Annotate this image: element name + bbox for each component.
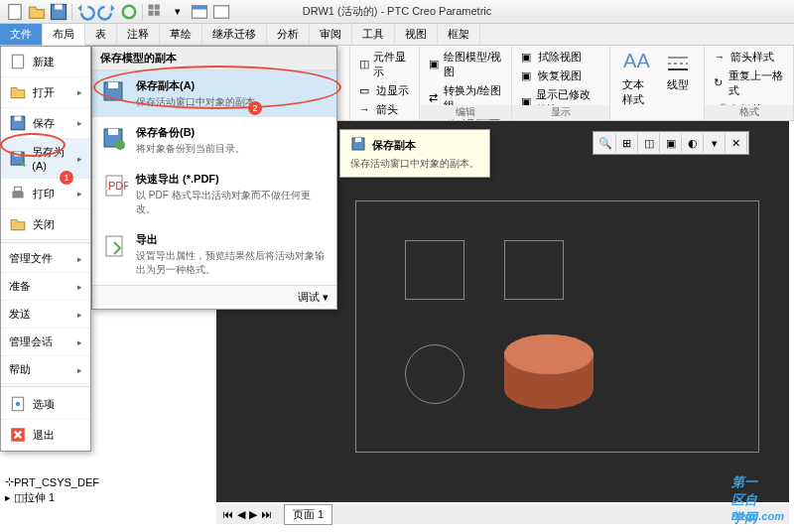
- svg-rect-4: [149, 4, 154, 9]
- submenu-save-copy[interactable]: 保存副本(A)保存活动窗口中对象的副本。: [92, 70, 336, 117]
- qat-grid-icon[interactable]: [146, 2, 166, 22]
- tab-view[interactable]: 视图: [395, 24, 438, 45]
- ribbon-btn[interactable]: ▣拭除视图: [518, 49, 603, 66]
- status-bar: ⏮ ◀ ▶ ⏭ 页面 1: [216, 504, 789, 524]
- submenu-footer[interactable]: 调试 ▾: [92, 285, 336, 309]
- file-menu-manage[interactable]: 管理文件▸: [1, 245, 90, 273]
- file-menu-print[interactable]: 打印▸: [1, 179, 90, 209]
- ribbon-label: 箭头: [376, 102, 398, 117]
- file-menu-prepare[interactable]: 准备▸: [1, 273, 90, 301]
- ribbon-btn[interactable]: ▭边显示: [356, 82, 414, 99]
- file-menu-session[interactable]: 管理会话▸: [1, 329, 90, 356]
- qat-regen-icon[interactable]: [119, 2, 139, 22]
- qat-undo-icon[interactable]: [75, 2, 95, 22]
- menu-label: 新建: [33, 55, 55, 69]
- ribbon-btn[interactable]: ▣恢复视图: [518, 67, 603, 84]
- menu-label: 选项: [33, 397, 55, 412]
- menu-label: 保存: [33, 116, 55, 131]
- nav-prev-icon[interactable]: ◀: [237, 508, 245, 521]
- file-menu-close[interactable]: 关闭: [1, 209, 90, 240]
- tab-review[interactable]: 审阅: [310, 24, 352, 45]
- chevron-right-icon: ▸: [77, 154, 82, 164]
- ribbon-group-display: ◫元件显示 ▭边显示 →箭头: [350, 46, 421, 120]
- svg-rect-14: [12, 55, 23, 68]
- ribbon-btn[interactable]: →箭头: [356, 101, 414, 118]
- model-tree: ⊹ PRT_CSYS_DEF ▸ ◫ 拉伸 1: [5, 474, 99, 506]
- tab-tools[interactable]: 工具: [352, 24, 395, 45]
- ribbon-btn[interactable]: ▣绘图模型/视图: [426, 49, 504, 80]
- tab-sketch[interactable]: 草绘: [160, 24, 202, 45]
- file-menu-help[interactable]: 帮助▸: [1, 356, 90, 384]
- tooltip-desc: 保存活动窗口中对象的副本。: [350, 157, 479, 171]
- view-btn[interactable]: ◐: [682, 133, 704, 153]
- view-btn[interactable]: ✕: [726, 133, 747, 153]
- svg-rect-27: [108, 129, 118, 135]
- tree-item[interactable]: ⊹ PRT_CSYS_DEF: [5, 474, 99, 489]
- svg-rect-6: [149, 10, 154, 15]
- nav-last-icon[interactable]: ⏭: [261, 508, 272, 520]
- file-menu-save[interactable]: 保存▸: [1, 108, 90, 139]
- tab-table[interactable]: 表: [85, 24, 117, 45]
- tab-frame[interactable]: 框架: [438, 24, 480, 45]
- submenu-desc: 将对象备份到当前目录。: [136, 142, 245, 156]
- qat-open-icon[interactable]: [27, 2, 47, 22]
- qat-close-icon[interactable]: [211, 2, 231, 22]
- ribbon-btn[interactable]: ◫元件显示: [356, 49, 414, 80]
- tab-layout[interactable]: 布局: [43, 24, 85, 46]
- tab-inherit[interactable]: 继承迁移: [202, 24, 267, 45]
- view-btn[interactable]: ▾: [704, 133, 726, 153]
- menu-label: 另存为(A): [32, 145, 77, 172]
- view-btn[interactable]: ▣: [660, 133, 682, 153]
- ribbon-btn[interactable]: →箭头样式: [711, 49, 787, 66]
- file-menu-new[interactable]: 新建: [1, 47, 90, 77]
- submenu-export[interactable]: 导出设置导出属性，预览结果然后将活动对象输出为另一种格式。: [92, 224, 336, 285]
- chevron-right-icon: ▸: [77, 118, 82, 128]
- tab-file[interactable]: 文件: [0, 24, 43, 45]
- chevron-right-icon: ▸: [77, 365, 82, 375]
- view-btn[interactable]: 🔍: [595, 133, 616, 153]
- view-btn[interactable]: ◫: [638, 133, 660, 153]
- file-menu-options[interactable]: 选项: [1, 389, 90, 420]
- submenu-title: 保存备份(B): [136, 125, 245, 140]
- ribbon-group-label: 格式: [705, 105, 793, 119]
- submenu-title: 导出: [136, 232, 329, 247]
- ribbon-btn-linetype[interactable]: 线型: [658, 48, 698, 118]
- qat-save-icon[interactable]: [49, 2, 68, 22]
- chevron-right-icon: ▸: [77, 337, 82, 347]
- menu-label: 打印: [33, 187, 55, 201]
- file-menu-saveas[interactable]: 另存为(A)▸: [1, 139, 90, 179]
- ribbon-label: 重复上一格式: [728, 68, 784, 98]
- annotation-badge: 1: [60, 171, 73, 185]
- nav-next-icon[interactable]: ▶: [249, 508, 257, 521]
- watermark: D1qu.com 第一区自学网: [731, 495, 784, 527]
- ribbon-group-label: 显示: [512, 105, 609, 119]
- file-menu-exit[interactable]: 退出: [1, 420, 90, 451]
- svg-rect-9: [193, 5, 207, 9]
- tree-item[interactable]: ▸ ◫ 拉伸 1: [5, 489, 99, 506]
- qat-window-icon[interactable]: [190, 2, 209, 22]
- qat-separator: [71, 4, 72, 20]
- tab-annotate[interactable]: 注释: [117, 24, 160, 45]
- file-menu-send[interactable]: 发送▸: [1, 301, 90, 329]
- ribbon-btn-textstyle[interactable]: AA文本样式: [616, 48, 659, 118]
- file-menu-open[interactable]: 打开▸: [1, 77, 90, 108]
- menu-label: 准备: [9, 279, 31, 294]
- svg-rect-10: [214, 5, 229, 18]
- svg-rect-18: [14, 152, 20, 156]
- tab-analysis[interactable]: 分析: [267, 24, 310, 45]
- qat-redo-icon[interactable]: [97, 2, 117, 22]
- nav-first-icon[interactable]: ⏮: [222, 508, 233, 520]
- svg-rect-5: [155, 4, 160, 9]
- submenu-save-backup[interactable]: 保存备份(B)将对象备份到当前目录。: [92, 117, 336, 164]
- submenu-quick-export[interactable]: PDF 快速导出 (*.PDF)以 PDF 格式导出活动对象而不做任何更改。: [92, 164, 336, 224]
- ribbon-label: 恢复视图: [538, 68, 582, 83]
- view-btn[interactable]: ⊞: [616, 133, 638, 153]
- qat-new-icon[interactable]: [5, 2, 25, 22]
- page-tab[interactable]: 页面 1: [284, 504, 332, 525]
- file-menu: 新建 打开▸ 保存▸ 另存为(A)▸ 打印▸ 关闭 管理文件▸ 准备▸ 发送▸ …: [0, 46, 91, 452]
- watermark-sub: 第一区自学网: [731, 473, 769, 527]
- svg-rect-20: [15, 187, 22, 192]
- qat-more-icon[interactable]: ▾: [168, 2, 188, 22]
- drawing-rect: [405, 240, 464, 300]
- ribbon-btn[interactable]: ↻重复上一格式: [711, 67, 787, 99]
